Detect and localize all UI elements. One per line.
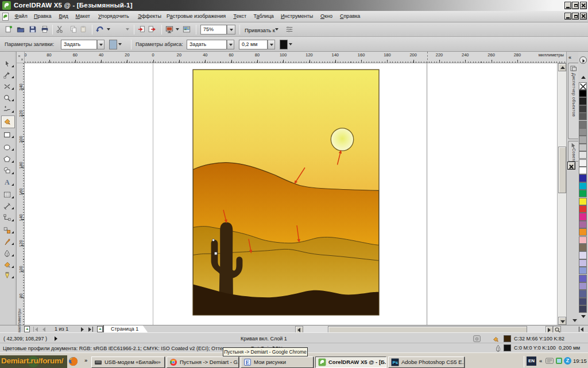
svg-text:E: E: [246, 359, 250, 366]
svg-text:Ps: Ps: [393, 360, 399, 365]
svg-text:A: A: [5, 178, 10, 186]
